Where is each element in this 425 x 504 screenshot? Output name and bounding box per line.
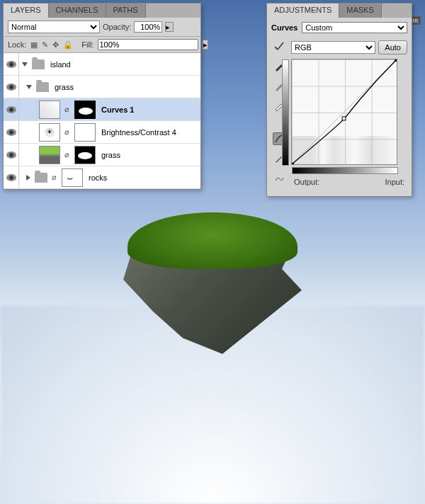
input-label: Input: <box>385 178 404 186</box>
preset-select[interactable]: Custom <box>302 22 407 33</box>
fill-flyout-icon[interactable]: ▸ <box>203 40 208 50</box>
curve-line[interactable] <box>292 59 397 164</box>
svg-rect-2 <box>292 163 294 164</box>
smooth-tool-icon[interactable] <box>273 172 285 185</box>
tab-paths[interactable]: PATHS <box>106 4 146 18</box>
tab-layers[interactable]: LAYERS <box>4 4 49 18</box>
layer-label[interactable]: rocks <box>89 173 107 182</box>
tab-masks[interactable]: MASKS <box>339 4 382 18</box>
adjustments-body: RGB Auto Output: Input: <box>267 38 412 196</box>
layer-group-island[interactable]: island <box>4 53 200 76</box>
lock-label: Lock: <box>8 40 26 49</box>
output-gradient <box>282 59 289 166</box>
fill-input[interactable] <box>98 39 198 50</box>
layers-panel: LAYERS CHANNELS PATHS Normal Opacity: ▸ … <box>3 3 201 190</box>
disclosure-down-icon[interactable] <box>26 85 32 89</box>
layer-curves1[interactable]: ⌀ Curves 1 <box>4 98 200 121</box>
disclosure-down-icon[interactable] <box>22 62 28 67</box>
fill-label: Fill: <box>81 40 94 49</box>
input-gradient <box>292 167 398 174</box>
auto-button[interactable]: Auto <box>378 40 407 55</box>
lock-position-icon[interactable]: ✥ <box>52 40 59 50</box>
link-icon[interactable]: ⌀ <box>63 105 70 114</box>
output-label: Output: <box>294 178 319 186</box>
visibility-eye-icon[interactable] <box>6 129 16 136</box>
visibility-eye-icon[interactable] <box>6 84 16 91</box>
tab-adjustments[interactable]: ADJUSTMENTS <box>267 4 339 18</box>
layer-group-rocks[interactable]: ⌀ rocks <box>4 166 200 189</box>
layers-list: island grass ⌀ Curves 1 ☀ ⌀ <box>4 53 200 189</box>
curves-thumb-icon[interactable] <box>39 101 60 119</box>
folder-icon <box>35 173 47 183</box>
layer-brightness-contrast4[interactable]: ☀ ⌀ Brightness/Contrast 4 <box>4 121 200 144</box>
opacity-input[interactable] <box>134 21 162 33</box>
visibility-eye-icon[interactable] <box>6 151 16 159</box>
target-adjust-icon[interactable] <box>273 40 285 53</box>
layer-options-row2: Lock: ▦ ✎ ✥ 🔒 Fill: ▸ <box>4 37 200 53</box>
layer-options-row1: Normal Opacity: ▸ <box>4 18 200 37</box>
adjustments-header: Curves Custom <box>267 18 412 38</box>
adjustments-panel: ADJUSTMENTS MASKS Curves Custom RGB Auto <box>266 3 412 197</box>
layer-mask-thumb[interactable] <box>74 101 96 119</box>
layer-grass[interactable]: ⌀ grass <box>4 144 200 166</box>
channel-select[interactable]: RGB <box>291 41 375 54</box>
channel-row: RGB Auto <box>291 40 407 55</box>
floating-island-artwork <box>113 212 312 354</box>
svg-point-0 <box>276 47 277 49</box>
layer-label[interactable]: island <box>50 60 71 69</box>
svg-rect-4 <box>395 59 397 62</box>
layer-mask-thumb[interactable] <box>74 123 96 142</box>
layer-thumb[interactable] <box>39 146 60 164</box>
folder-icon <box>36 82 49 92</box>
link-icon[interactable]: ⌀ <box>50 173 57 182</box>
blend-mode-select[interactable]: Normal <box>8 21 100 33</box>
island-grass <box>128 212 298 269</box>
layer-group-grass[interactable]: grass <box>4 76 200 98</box>
lock-transparency-icon[interactable]: ▦ <box>30 40 38 50</box>
link-icon[interactable]: ⌀ <box>63 127 70 137</box>
disclosure-right-icon[interactable] <box>26 175 30 181</box>
lock-all-icon[interactable]: 🔒 <box>63 40 73 50</box>
layer-label[interactable]: grass <box>101 151 120 159</box>
visibility-eye-icon[interactable] <box>6 174 16 181</box>
tab-channels[interactable]: CHANNELS <box>49 4 106 18</box>
curve-area: RGB Auto Output: Input: <box>291 40 407 189</box>
link-icon[interactable]: ⌀ <box>63 150 70 159</box>
layer-mask-thumb[interactable] <box>62 168 83 187</box>
brightness-thumb-icon[interactable]: ☀ <box>39 123 60 142</box>
svg-rect-3 <box>342 117 346 120</box>
visibility-eye-icon[interactable] <box>6 61 16 68</box>
opacity-flyout-icon[interactable]: ▸ <box>165 22 174 32</box>
lock-pixels-icon[interactable]: ✎ <box>42 40 48 50</box>
layers-panel-tabs: LAYERS CHANNELS PATHS <box>4 4 200 18</box>
layer-label[interactable]: Curves 1 <box>101 105 134 114</box>
layer-label[interactable]: grass <box>55 83 74 91</box>
visibility-eye-icon[interactable] <box>6 106 16 113</box>
opacity-label: Opacity: <box>103 23 131 31</box>
adjustment-title: Curves <box>271 23 298 32</box>
curve-grid[interactable] <box>291 59 397 165</box>
folder-icon <box>32 59 45 69</box>
layer-label[interactable]: Brightness/Contrast 4 <box>101 128 176 137</box>
layer-mask-thumb[interactable] <box>74 146 96 164</box>
adjustments-panel-tabs: ADJUSTMENTS MASKS <box>267 4 412 18</box>
